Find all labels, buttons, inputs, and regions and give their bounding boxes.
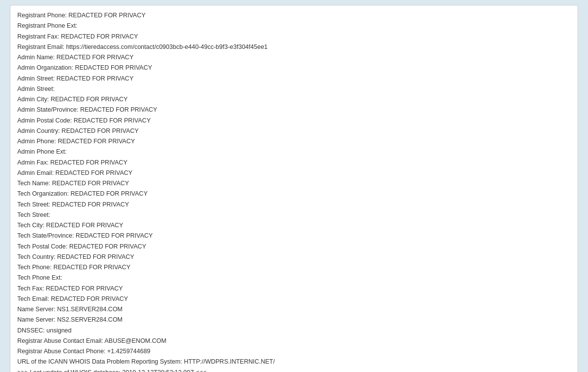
whois-line: Admin Street: REDACTED FOR PRIVACY — [17, 74, 571, 84]
whois-line: Tech Postal Code: REDACTED FOR PRIVACY — [17, 242, 571, 252]
whois-line: Registrant Fax: REDACTED FOR PRIVACY — [17, 32, 571, 42]
whois-line: Registrant Email: https://tieredaccess.c… — [17, 42, 571, 52]
whois-line: Tech State/Province: REDACTED FOR PRIVAC… — [17, 231, 571, 241]
whois-line: >>> Last update of WHOIS database: 2019-… — [17, 368, 571, 372]
whois-line: Tech City: REDACTED FOR PRIVACY — [17, 220, 571, 231]
whois-line: Admin Name: REDACTED FOR PRIVACY — [17, 52, 571, 63]
whois-line: Name Server: NS1.SERVER284.COM — [17, 304, 571, 315]
whois-line: URL of the ICANN WHOIS Data Problem Repo… — [17, 357, 571, 367]
whois-line: DNSSEC: unsigned — [17, 326, 571, 336]
whois-line: Admin Country: REDACTED FOR PRIVACY — [17, 126, 571, 136]
whois-line: Tech Street: — [17, 210, 571, 220]
whois-line: Admin Email: REDACTED FOR PRIVACY — [17, 168, 571, 178]
whois-line: Admin Phone Ext: — [17, 147, 571, 157]
whois-line: Admin State/Province: REDACTED FOR PRIVA… — [17, 105, 571, 115]
whois-line: Name Server: NS2.SERVER284.COM — [17, 315, 571, 325]
whois-line: Tech Email: REDACTED FOR PRIVACY — [17, 294, 571, 304]
whois-line: Tech Organization: REDACTED FOR PRIVACY — [17, 189, 571, 199]
whois-line: Tech Fax: REDACTED FOR PRIVACY — [17, 284, 571, 294]
whois-line: Admin Street: — [17, 84, 571, 94]
whois-line: Tech Phone Ext: — [17, 273, 571, 283]
whois-line: Tech Country: REDACTED FOR PRIVACY — [17, 252, 571, 262]
whois-line: Admin Phone: REDACTED FOR PRIVACY — [17, 136, 571, 147]
main-wrapper: Registrant Phone: REDACTED FOR PRIVACYRe… — [0, 0, 588, 372]
whois-line: Tech Street: REDACTED FOR PRIVACY — [17, 200, 571, 210]
whois-line: Registrant Phone Ext: — [17, 21, 571, 31]
whois-data-box: Registrant Phone: REDACTED FOR PRIVACYRe… — [10, 5, 578, 372]
whois-line: Admin Fax: REDACTED FOR PRIVACY — [17, 158, 571, 168]
whois-line: Registrar Abuse Contact Phone: +1.425974… — [17, 346, 571, 357]
whois-line: Registrant Phone: REDACTED FOR PRIVACY — [17, 10, 571, 21]
whois-line: Tech Name: REDACTED FOR PRIVACY — [17, 178, 571, 189]
whois-line: Admin Postal Code: REDACTED FOR PRIVACY — [17, 116, 571, 126]
whois-line: Admin Organization: REDACTED FOR PRIVACY — [17, 63, 571, 73]
whois-line: Tech Phone: REDACTED FOR PRIVACY — [17, 262, 571, 273]
whois-line: Admin City: REDACTED FOR PRIVACY — [17, 94, 571, 105]
whois-line: Registrar Abuse Contact Email: ABUSE@ENO… — [17, 336, 571, 346]
